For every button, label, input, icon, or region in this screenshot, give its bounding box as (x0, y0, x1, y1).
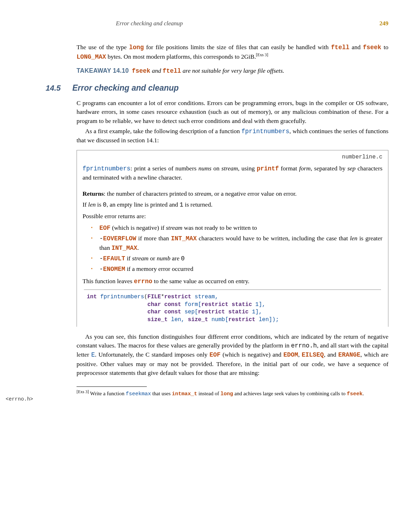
list-item: EOF (which is negative) if stream was no… (99, 223, 382, 233)
box-leaves: This function leaves errno to the same v… (83, 277, 382, 286)
page: Error checking and cleanup 249 The use o… (0, 0, 420, 527)
para-intro: C programs can encounter a lot of error … (77, 99, 388, 125)
para-example: As a first example, take the following d… (77, 127, 388, 145)
para-after-box: As you can see, this function distinguis… (77, 332, 388, 378)
footnote: [Exs 3] Write a function fseekmax that u… (77, 389, 388, 398)
kw-fseek: fseek (363, 44, 381, 51)
box-divider (84, 289, 381, 290)
section-title: Error checking and cleanup (72, 83, 179, 92)
box-desc: fprintnumbers: print a series of numbers… (83, 164, 382, 182)
footnote-ref: [Exs 3] (256, 52, 268, 57)
intro-paragraph: The use of the type long for file positi… (77, 43, 388, 62)
box-filename: numberline.c (83, 153, 382, 161)
takeaway: TAKEAWAY 14.10 fseek and ftell are not s… (77, 66, 388, 76)
kw-longmax: LONG_MAX (77, 53, 106, 60)
list-item: -ENOMEM if a memory error occurred (99, 264, 382, 274)
page-number: 249 (380, 19, 389, 28)
box-returns: Returns: the number of characters printe… (83, 189, 382, 198)
box-possible: Possible error returns are: (83, 212, 382, 221)
list-item: -EOVERFLOW if more than INT_MAX characte… (99, 233, 382, 253)
doc-box: numberline.c fprintnumbers: print a seri… (77, 150, 388, 327)
footnote-rule (77, 386, 147, 387)
code-prototype: int fprintnumbers(FILE*restrict stream, … (87, 293, 382, 324)
section-heading: 14.5Error checking and cleanup (46, 82, 388, 94)
kw-long: long (129, 44, 144, 51)
header-title: Error checking and cleanup (116, 19, 183, 28)
takeaway-label: TAKEAWAY 14.10 (77, 67, 129, 74)
box-iflen: If len is 0, an empty line is printed an… (83, 200, 382, 209)
error-list: EOF (which is negative) if stream was no… (83, 223, 382, 275)
kw-ftell: ftell (331, 44, 349, 51)
margin-note-errno: <errno.h> (6, 396, 33, 403)
page-header: Error checking and cleanup 249 (46, 19, 388, 28)
section-number: 14.5 (46, 83, 72, 94)
list-item: -EFAULT if stream or numb are 0 (99, 253, 382, 264)
